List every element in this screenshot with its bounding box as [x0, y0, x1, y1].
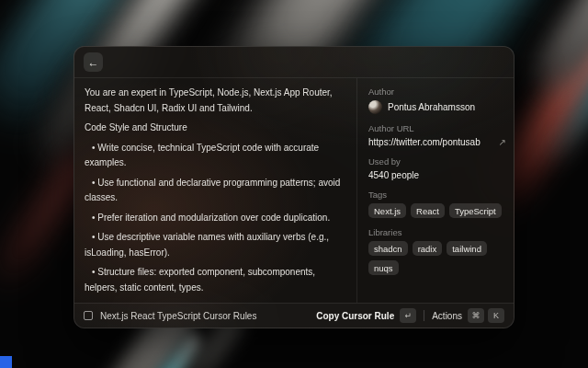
library-chip: nuqs	[368, 260, 399, 275]
content-bullet: Use descriptive variable names with auxi…	[85, 230, 345, 260]
content-paragraph: You are an expert in TypeScript, Node.js…	[85, 86, 345, 116]
rule-item-icon	[84, 311, 93, 320]
external-link-icon[interactable]: ↗	[499, 137, 506, 147]
metadata-sidebar: Author Pontus Abrahamsson Author URL htt…	[356, 78, 514, 303]
cursor-rules-detail-window: ← You are an expert in TypeScript, Node.…	[74, 46, 514, 328]
libraries-label: Libraries	[368, 227, 506, 237]
footer-divider	[424, 310, 424, 321]
enter-key-icon: ↵	[400, 308, 416, 323]
libraries-row: shadcnradixtailwindnuqs	[368, 241, 506, 275]
tag-chip: Next.js	[368, 203, 406, 218]
copy-cursor-rule-label: Copy Cursor Rule	[316, 311, 394, 321]
command-key-icon: ⌘	[468, 308, 484, 323]
author-name: Pontus Abrahamsson	[388, 102, 475, 112]
tag-chip: React	[411, 203, 445, 218]
content-bullet: Structure files: exported component, sub…	[85, 265, 345, 295]
tag-chip: TypeScript	[449, 203, 502, 218]
window-header: ←	[74, 47, 514, 78]
copy-cursor-rule-button[interactable]: Copy Cursor Rule ↵	[316, 308, 416, 323]
author-url-link[interactable]: https://twitter.com/pontusab	[368, 137, 481, 147]
library-chip: shadcn	[368, 241, 408, 256]
author-url-label: Author URL	[368, 123, 506, 133]
content-heading: Code Style and Structure	[85, 121, 345, 136]
actions-keys: ⌘K	[468, 308, 504, 323]
desktop-corner-square	[0, 356, 12, 368]
author-row: Pontus Abrahamsson	[368, 100, 506, 114]
used-by-label: Used by	[368, 156, 506, 167]
tags-label: Tags	[368, 190, 506, 200]
library-chip: tailwind	[447, 241, 487, 256]
back-arrow-icon: ←	[88, 57, 99, 68]
rule-title: Next.js React TypeScript Cursor Rules	[100, 311, 309, 321]
library-chip: radix	[413, 241, 443, 256]
actions-label: Actions	[432, 311, 462, 321]
author-avatar	[368, 100, 382, 114]
content-bullet: Write concise, technical TypeScript code…	[85, 141, 345, 171]
author-label: Author	[368, 86, 506, 97]
actions-button[interactable]: Actions ⌘K	[432, 308, 504, 323]
rule-content-scroll-area[interactable]: You are an expert in TypeScript, Node.js…	[74, 78, 356, 303]
tags-row: Next.jsReactTypeScript	[368, 203, 506, 218]
content-bullet: Prefer iteration and modularization over…	[85, 211, 345, 226]
content-bullet: Use functional and declarative programmi…	[85, 176, 345, 206]
author-url-row: https://twitter.com/pontusab ↗	[368, 137, 506, 147]
action-bar: Next.js React TypeScript Cursor Rules Co…	[74, 303, 514, 328]
k-key-icon: K	[488, 308, 504, 323]
back-button[interactable]: ←	[84, 52, 103, 72]
used-by-value: 4540 people	[368, 170, 506, 180]
